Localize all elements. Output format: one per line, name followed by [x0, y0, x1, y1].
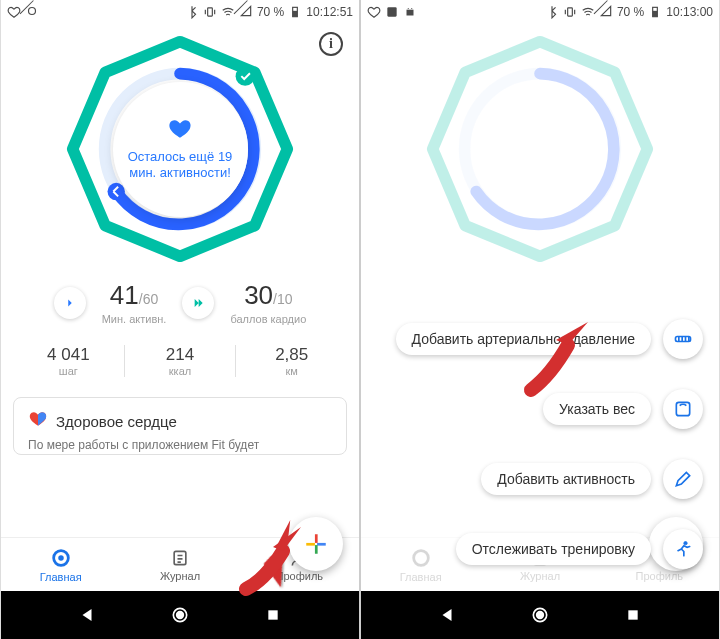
- no-sim-icon: [239, 4, 253, 21]
- kcal-cell[interactable]: 214 ккал: [125, 345, 237, 377]
- clock-text: 10:12:51: [306, 5, 353, 19]
- fit-heart-icon: [28, 410, 48, 432]
- svg-point-9: [58, 555, 64, 561]
- action-weight[interactable]: Указать вес: [543, 389, 703, 429]
- card-body: По мере работы с приложением Fit будет: [28, 438, 332, 454]
- nav-home-button[interactable]: [530, 605, 550, 625]
- center-summary[interactable]: Осталось ещё 19 мин. активности!: [113, 82, 248, 217]
- battery-icon: [288, 5, 302, 19]
- card-title: Здоровое сердце: [56, 413, 177, 430]
- svg-point-17: [176, 611, 184, 619]
- svg-rect-1: [208, 8, 213, 16]
- svg-point-20: [408, 8, 409, 9]
- svg-rect-19: [387, 7, 396, 16]
- no-sim-icon: [599, 4, 613, 21]
- tab-journal[interactable]: Журнал: [120, 538, 239, 591]
- svg-rect-15: [306, 543, 315, 546]
- battery-icon: [648, 5, 662, 19]
- svg-rect-24: [653, 11, 658, 17]
- android-icon: [403, 5, 417, 19]
- nav-recents-button[interactable]: [623, 605, 643, 625]
- svg-point-32: [684, 542, 687, 545]
- nav-back-button[interactable]: [437, 605, 457, 625]
- status-bar: 70 % 10:13:00: [361, 0, 719, 24]
- heart-icon: [167, 118, 193, 144]
- summary-row: 4 041 шаг 214 ккал 2,85 км: [1, 327, 359, 389]
- activity-rings: Осталось ещё 19 мин. активности!: [1, 24, 359, 274]
- cardio-metric[interactable]: 30/10 баллов кардио: [230, 280, 306, 325]
- steps-cell[interactable]: 4 041 шаг: [13, 345, 125, 377]
- nav-home-button[interactable]: [170, 605, 190, 625]
- svg-rect-12: [315, 534, 318, 543]
- tab-home[interactable]: Главная: [1, 538, 120, 591]
- svg-point-34: [536, 611, 544, 619]
- svg-point-7: [108, 183, 125, 200]
- battery-text: 70 %: [617, 5, 644, 19]
- bluetooth-icon: [545, 5, 559, 19]
- running-icon: [663, 529, 703, 569]
- nav-back-button[interactable]: [77, 605, 97, 625]
- svg-rect-18: [268, 610, 277, 619]
- vibrate-icon: [563, 5, 577, 19]
- svg-rect-3: [293, 11, 298, 17]
- metrics-row: 41/60 Мин. активн. 30/10 баллов кардио: [1, 274, 359, 327]
- healthy-heart-card[interactable]: Здоровое сердце По мере работы с приложе…: [13, 397, 347, 455]
- action-add-activity[interactable]: Добавить активность: [481, 459, 703, 499]
- wifi-icon: [221, 5, 235, 19]
- scale-icon: [663, 389, 703, 429]
- google-plus-icon: [303, 531, 329, 557]
- svg-rect-22: [568, 8, 573, 16]
- clock-text: 10:13:00: [666, 5, 713, 19]
- svg-rect-35: [628, 610, 637, 619]
- blood-pressure-icon: [663, 319, 703, 359]
- svg-rect-14: [315, 545, 318, 554]
- km-cell[interactable]: 2,85 км: [236, 345, 347, 377]
- add-fab[interactable]: [289, 517, 343, 571]
- pencil-icon: [663, 459, 703, 499]
- action-track-workout[interactable]: Отслеживать тренировку: [456, 529, 703, 569]
- heart-rate-icon: [7, 5, 21, 19]
- right-screenshot: 70 % 10:13:00 Главная: [361, 0, 719, 639]
- cardio-chevron-button[interactable]: [182, 287, 214, 319]
- svg-point-21: [411, 8, 412, 9]
- wifi-icon: [581, 5, 595, 19]
- location-off-icon: [25, 4, 39, 21]
- battery-text: 70 %: [257, 5, 284, 19]
- move-metric[interactable]: 41/60 Мин. активн.: [102, 280, 167, 325]
- image-icon: [385, 5, 399, 19]
- action-blood-pressure[interactable]: Добавить артериальное давление: [396, 319, 703, 359]
- svg-rect-13: [317, 543, 326, 546]
- fab-menu: Добавить артериальное давление Указать в…: [361, 0, 719, 639]
- android-navbar: [1, 591, 359, 639]
- svg-point-0: [29, 7, 36, 14]
- android-navbar: [361, 591, 719, 639]
- bluetooth-icon: [185, 5, 199, 19]
- vibrate-icon: [203, 5, 217, 19]
- move-chevron-button[interactable]: [54, 287, 86, 319]
- nav-recents-button[interactable]: [263, 605, 283, 625]
- center-text: Осталось ещё 19 мин. активности!: [123, 149, 238, 180]
- heart-rate-icon: [367, 5, 381, 19]
- left-screenshot: 70 % 10:12:51 i: [1, 0, 359, 639]
- status-bar: 70 % 10:12:51: [1, 0, 359, 24]
